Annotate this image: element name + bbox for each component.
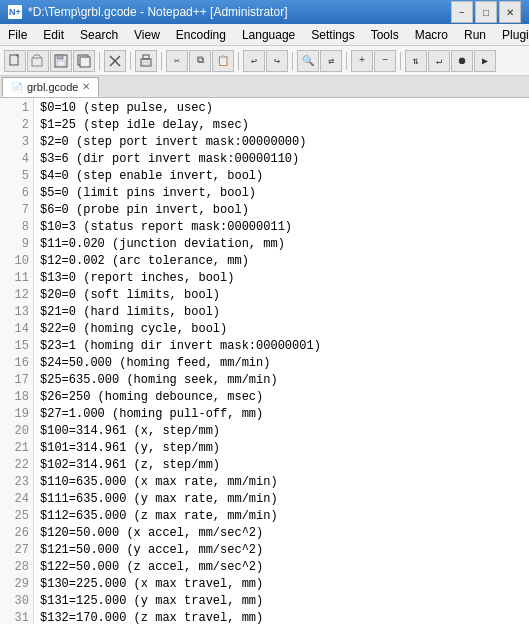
code-line: $4=0 (step enable invert, bool)	[40, 168, 523, 185]
code-line: $22=0 (homing cycle, bool)	[40, 321, 523, 338]
menu-settings[interactable]: Settings	[303, 24, 362, 45]
print-button[interactable]	[135, 50, 157, 72]
code-line: $110=635.000 (x max rate, mm/min)	[40, 474, 523, 491]
sync-scroll-button[interactable]: ⇅	[405, 50, 427, 72]
separator-6	[346, 52, 347, 70]
code-line: $26=250 (homing debounce, msec)	[40, 389, 523, 406]
code-editor[interactable]: $0=10 (step pulse, usec)$1=25 (step idle…	[34, 98, 529, 624]
replace-button[interactable]: ⇄	[320, 50, 342, 72]
menu-plugins[interactable]: Plugins	[494, 24, 529, 45]
line-number: 13	[4, 304, 29, 321]
separator-3	[161, 52, 162, 70]
redo-button[interactable]: ↪	[266, 50, 288, 72]
new-button[interactable]	[4, 50, 26, 72]
copy-button[interactable]: ⧉	[189, 50, 211, 72]
menu-macro[interactable]: Macro	[407, 24, 456, 45]
menu-run[interactable]: Run	[456, 24, 494, 45]
code-line: $23=1 (homing dir invert mask:00000001)	[40, 338, 523, 355]
menu-tools[interactable]: Tools	[363, 24, 407, 45]
line-number: 18	[4, 389, 29, 406]
line-number: 27	[4, 542, 29, 559]
line-number: 16	[4, 355, 29, 372]
code-line: $6=0 (probe pin invert, bool)	[40, 202, 523, 219]
line-number: 14	[4, 321, 29, 338]
content-area: 1234567891011121314151617181920212223242…	[0, 98, 529, 624]
undo-button[interactable]: ↩	[243, 50, 265, 72]
menu-search[interactable]: Search	[72, 24, 126, 45]
code-line: $100=314.961 (x, step/mm)	[40, 423, 523, 440]
code-line: $1=25 (step idle delay, msec)	[40, 117, 523, 134]
close-button[interactable]: ✕	[499, 1, 521, 23]
window-title: *D:\Temp\grbl.gcode - Notepad++ [Adminis…	[28, 5, 287, 19]
line-number: 23	[4, 474, 29, 491]
open-button[interactable]	[27, 50, 49, 72]
code-line: $20=0 (soft limits, bool)	[40, 287, 523, 304]
tab-bar: 📄 grbl.gcode ✕	[0, 76, 529, 98]
svg-rect-3	[57, 55, 63, 59]
code-line: $122=50.000 (z accel, mm/sec^2)	[40, 559, 523, 576]
code-line: $132=170.000 (z max travel, mm)	[40, 610, 523, 624]
run-macro-button[interactable]: ▶	[474, 50, 496, 72]
separator-2	[130, 52, 131, 70]
line-numbers: 1234567891011121314151617181920212223242…	[0, 98, 34, 624]
maximize-button[interactable]: □	[475, 1, 497, 23]
title-bar: N+ *D:\Temp\grbl.gcode - Notepad++ [Admi…	[0, 0, 529, 24]
menu-file[interactable]: File	[0, 24, 35, 45]
line-number: 4	[4, 151, 29, 168]
menu-encoding[interactable]: Encoding	[168, 24, 234, 45]
line-number: 26	[4, 525, 29, 542]
line-number: 8	[4, 219, 29, 236]
paste-button[interactable]: 📋	[212, 50, 234, 72]
code-line: $21=0 (hard limits, bool)	[40, 304, 523, 321]
svg-rect-4	[57, 61, 65, 66]
code-line: $5=0 (limit pins invert, bool)	[40, 185, 523, 202]
menu-language[interactable]: Language	[234, 24, 303, 45]
app-icon: N+	[8, 5, 22, 19]
separator-1	[99, 52, 100, 70]
line-number: 2	[4, 117, 29, 134]
menu-edit[interactable]: Edit	[35, 24, 72, 45]
line-number: 22	[4, 457, 29, 474]
code-line: $120=50.000 (x accel, mm/sec^2)	[40, 525, 523, 542]
code-line: $3=6 (dir port invert mask:00000110)	[40, 151, 523, 168]
macro-button[interactable]: ⏺	[451, 50, 473, 72]
code-line: $102=314.961 (z, step/mm)	[40, 457, 523, 474]
save-button[interactable]	[50, 50, 72, 72]
code-line: $2=0 (step port invert mask:00000000)	[40, 134, 523, 151]
line-number: 30	[4, 593, 29, 610]
separator-7	[400, 52, 401, 70]
save-all-button[interactable]	[73, 50, 95, 72]
code-line: $111=635.000 (y max rate, mm/min)	[40, 491, 523, 508]
word-wrap-button[interactable]: ↵	[428, 50, 450, 72]
code-line: $11=0.020 (junction deviation, mm)	[40, 236, 523, 253]
find-button[interactable]: 🔍	[297, 50, 319, 72]
close-doc-button[interactable]	[104, 50, 126, 72]
title-controls[interactable]: − □ ✕	[451, 1, 521, 23]
code-line: $27=1.000 (homing pull-off, mm)	[40, 406, 523, 423]
line-number: 9	[4, 236, 29, 253]
tab-label: grbl.gcode	[27, 81, 78, 93]
tab-grbl-gcode[interactable]: 📄 grbl.gcode ✕	[2, 77, 99, 97]
svg-rect-11	[143, 62, 149, 65]
code-line: $13=0 (report inches, bool)	[40, 270, 523, 287]
line-number: 6	[4, 185, 29, 202]
code-line: $0=10 (step pulse, usec)	[40, 100, 523, 117]
line-number: 10	[4, 253, 29, 270]
menu-view[interactable]: View	[126, 24, 168, 45]
svg-rect-10	[143, 55, 149, 59]
line-number: 15	[4, 338, 29, 355]
line-number: 25	[4, 508, 29, 525]
zoom-in-button[interactable]: +	[351, 50, 373, 72]
code-line: $121=50.000 (y accel, mm/sec^2)	[40, 542, 523, 559]
line-number: 3	[4, 134, 29, 151]
title-bar-left: N+ *D:\Temp\grbl.gcode - Notepad++ [Admi…	[8, 5, 287, 19]
minimize-button[interactable]: −	[451, 1, 473, 23]
tab-icon: 📄	[11, 82, 23, 93]
tab-close-button[interactable]: ✕	[82, 82, 90, 92]
zoom-out-button[interactable]: −	[374, 50, 396, 72]
line-number: 21	[4, 440, 29, 457]
line-number: 28	[4, 559, 29, 576]
cut-button[interactable]: ✂	[166, 50, 188, 72]
line-number: 17	[4, 372, 29, 389]
line-number: 5	[4, 168, 29, 185]
